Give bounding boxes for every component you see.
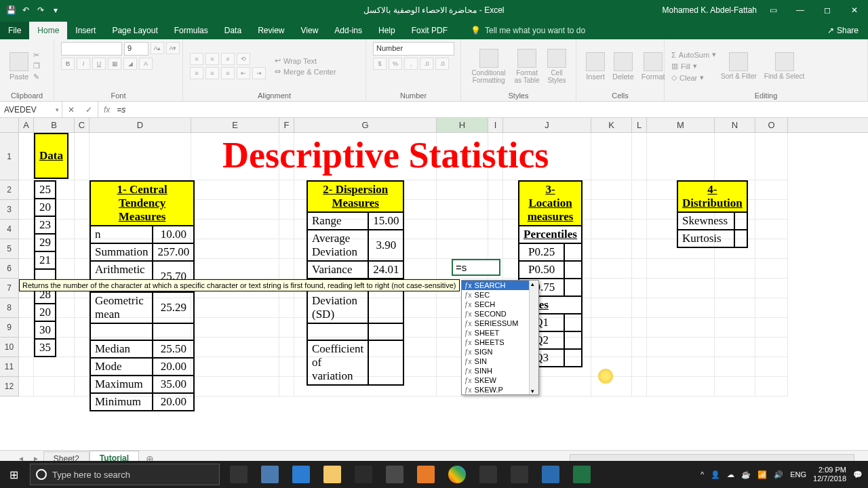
formula-input[interactable]: fx=s xyxy=(98,102,868,117)
percentile-value[interactable] xyxy=(564,261,582,279)
tab-formulas[interactable]: Formulas xyxy=(166,22,216,39)
data-value[interactable]: 30 xyxy=(35,321,56,339)
measure-value[interactable]: 24.01 xyxy=(368,261,403,279)
task-view-icon[interactable] xyxy=(224,461,254,488)
user-name[interactable]: Mohamed K. Abdel-Fattah xyxy=(663,5,760,15)
fill-color-button[interactable]: ◢ xyxy=(123,58,137,70)
clear-button[interactable]: ◇Clear▾ xyxy=(671,73,716,82)
measure-value[interactable]: 3.90 xyxy=(368,230,403,261)
taskbar-calculator[interactable] xyxy=(505,461,534,488)
autocomplete-item[interactable]: ƒxSKEW xyxy=(462,375,538,385)
delete-cells-button[interactable]: Delete xyxy=(610,51,637,82)
taskbar-chrome[interactable] xyxy=(442,461,472,488)
autocomplete-item[interactable]: ƒxSHEET xyxy=(462,328,538,338)
col-header-G[interactable]: G xyxy=(294,118,437,132)
tab-foxit[interactable]: Foxit PDF xyxy=(403,22,456,39)
ribbon-options-icon[interactable]: ▭ xyxy=(760,0,787,20)
dist-value[interactable] xyxy=(734,212,747,230)
number-format-selector[interactable]: Number xyxy=(373,42,454,56)
align-top-icon[interactable]: ≡ xyxy=(190,53,203,65)
indent-inc-icon[interactable]: ⇥ xyxy=(252,67,266,79)
align-left-icon[interactable]: ≡ xyxy=(190,67,203,79)
taskbar-app-1[interactable] xyxy=(255,461,285,488)
col-header-J[interactable]: J xyxy=(503,118,591,132)
align-bottom-icon[interactable]: ≡ xyxy=(221,53,235,65)
paste-button[interactable]: Paste xyxy=(7,51,31,82)
autocomplete-item[interactable]: ƒxSEC xyxy=(462,290,538,300)
measure-label[interactable]: Variance xyxy=(307,261,368,279)
row-header-11[interactable]: 11 xyxy=(0,357,19,377)
col-header-N[interactable]: N xyxy=(715,118,755,132)
taskbar-search[interactable]: Type here to search xyxy=(30,464,220,485)
name-box[interactable]: AVEDEV xyxy=(0,102,62,117)
redo-icon[interactable]: ↷ xyxy=(35,5,46,16)
start-button[interactable]: ⊞ xyxy=(0,461,27,488)
conditional-formatting-button[interactable]: Conditional Formatting xyxy=(468,47,509,85)
quartile-value[interactable] xyxy=(564,331,582,349)
column-headers[interactable]: ABCDEFGHIJKLMNO xyxy=(0,118,868,133)
measure-label[interactable]: Coefficient of variation xyxy=(307,340,368,385)
copy-icon[interactable]: ❐ xyxy=(33,62,40,70)
quartile-value[interactable] xyxy=(564,314,582,331)
undo-icon[interactable]: ↶ xyxy=(20,5,31,16)
autosum-button[interactable]: ΣAutoSum▾ xyxy=(671,50,716,59)
tab-page-layout[interactable]: Page Layout xyxy=(104,22,165,39)
align-middle-icon[interactable]: ≡ xyxy=(205,53,219,65)
taskbar-edge[interactable] xyxy=(286,461,316,488)
font-size[interactable]: 9 xyxy=(124,42,149,56)
percentile-value[interactable] xyxy=(564,279,582,296)
measure-value[interactable]: 257.00 xyxy=(153,243,194,261)
col-header-E[interactable]: E xyxy=(191,118,279,132)
bold-button[interactable]: B xyxy=(61,58,75,70)
accept-formula-icon[interactable]: ✓ xyxy=(80,105,98,115)
measure-label[interactable] xyxy=(307,323,368,340)
tray-onedrive-icon[interactable]: ☁ xyxy=(727,470,734,479)
indent-dec-icon[interactable]: ⇤ xyxy=(237,67,250,79)
taskbar-explorer[interactable] xyxy=(317,461,347,488)
col-header-F[interactable]: F xyxy=(279,118,294,132)
taskbar-app-2[interactable] xyxy=(380,461,410,488)
italic-button[interactable]: I xyxy=(77,58,90,70)
maximize-icon[interactable]: ◻ xyxy=(814,0,841,20)
row-header-8[interactable]: 8 xyxy=(0,298,19,318)
dist-label[interactable]: Skewness xyxy=(677,212,734,230)
row-header-6[interactable]: 6 xyxy=(0,259,19,279)
data-value[interactable]: 29 xyxy=(35,234,56,251)
cut-icon[interactable]: ✂ xyxy=(33,51,40,60)
sort-filter-button[interactable]: Sort & Filter xyxy=(718,51,760,81)
tray-java-icon[interactable]: ☕ xyxy=(741,470,751,479)
qat-dropdown-icon[interactable]: ▾ xyxy=(50,5,61,16)
tab-file[interactable]: File xyxy=(0,22,29,39)
function-autocomplete[interactable]: ƒxSEARCHƒxSECƒxSECHƒxSECONDƒxSERIESSUMƒx… xyxy=(461,280,539,395)
merge-center-button[interactable]: ⇔Merge & Center xyxy=(275,67,336,76)
percentile-label[interactable]: P0.25 xyxy=(519,243,564,261)
measure-label[interactable]: Average Deviation xyxy=(307,230,368,261)
tab-help[interactable]: Help xyxy=(370,22,403,39)
dist-label[interactable]: Kurtosis xyxy=(677,230,734,247)
align-right-icon[interactable]: ≡ xyxy=(221,67,235,79)
currency-icon[interactable]: $ xyxy=(373,58,387,70)
format-cells-button[interactable]: Format xyxy=(639,51,668,82)
autocomplete-item[interactable]: ƒxSERIESSUM xyxy=(462,319,538,328)
quartile-value[interactable] xyxy=(564,349,582,367)
percentile-label[interactable]: P0.50 xyxy=(519,261,564,279)
measure-value[interactable] xyxy=(368,323,403,340)
tray-volume-icon[interactable]: 🔊 xyxy=(774,470,783,479)
data-value[interactable]: 21 xyxy=(35,251,56,269)
font-selector[interactable] xyxy=(61,42,122,56)
row-header-1[interactable]: 1 xyxy=(0,133,19,180)
measure-label[interactable] xyxy=(90,323,153,340)
row-header-2[interactable]: 2 xyxy=(0,180,19,200)
format-painter-icon[interactable]: ✎ xyxy=(33,73,40,81)
percentile-value[interactable] xyxy=(564,243,582,261)
orientation-icon[interactable]: ⟲ xyxy=(237,53,250,65)
tray-network-icon[interactable]: 📶 xyxy=(757,470,767,479)
row-header-7[interactable]: 7 xyxy=(0,279,19,298)
border-button[interactable]: ▦ xyxy=(108,58,121,70)
measure-value[interactable]: 10.00 xyxy=(153,226,194,243)
col-header-K[interactable]: K xyxy=(591,118,632,132)
measure-value[interactable]: 20.00 xyxy=(153,358,194,375)
col-header-L[interactable]: L xyxy=(632,118,647,132)
row-header-5[interactable]: 5 xyxy=(0,239,19,259)
percent-icon[interactable]: % xyxy=(389,58,402,70)
